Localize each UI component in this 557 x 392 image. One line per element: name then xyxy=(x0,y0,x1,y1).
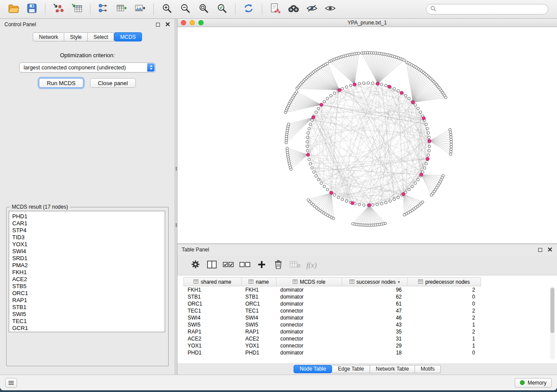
cell-name[interactable]: SWI5 xyxy=(242,321,277,328)
cell-successors[interactable]: 46 xyxy=(342,314,408,321)
cell-successors[interactable]: 96 xyxy=(342,286,408,293)
cell-name[interactable]: PHD1 xyxy=(242,349,277,356)
column-header-successor-nodes[interactable]: successor nodes▾ xyxy=(342,278,408,286)
mcds-result-item[interactable]: STB5 xyxy=(12,283,165,290)
cell-predecessors[interactable]: 1 xyxy=(408,342,481,349)
mcds-result-list[interactable]: PHD1CAR1STP4TID3YOX1SWI4SRD1PMA2FKH1ACE2… xyxy=(9,211,165,332)
cell-role[interactable]: dominator xyxy=(277,314,342,321)
mcds-result-item[interactable]: TID3 xyxy=(12,234,165,241)
import-table-button[interactable] xyxy=(68,1,86,17)
tab-select[interactable]: Select xyxy=(88,32,114,41)
mcds-result-item[interactable]: FKH1 xyxy=(12,269,165,276)
mcds-result-item[interactable]: YOX1 xyxy=(12,241,165,248)
add-column-button[interactable] xyxy=(253,258,270,273)
cell-predecessors[interactable]: 0 xyxy=(408,300,481,307)
open-session-button[interactable] xyxy=(4,1,23,17)
export-table-button[interactable] xyxy=(113,1,131,17)
cell-shared-name[interactable]: SWI4 xyxy=(184,314,242,321)
cell-name[interactable]: ACE2 xyxy=(242,335,277,342)
search-input[interactable] xyxy=(426,4,548,14)
cell-shared-name[interactable]: SWI5 xyxy=(184,321,242,328)
network-graph[interactable] xyxy=(177,27,557,244)
table-scrollbar-thumb[interactable] xyxy=(550,288,554,333)
cell-predecessors[interactable]: 1 xyxy=(408,321,481,328)
mcds-result-item[interactable]: STP4 xyxy=(12,227,165,234)
cell-predecessors[interactable]: 0 xyxy=(408,349,481,356)
cell-role[interactable]: dominator xyxy=(277,300,342,307)
cell-name[interactable]: ORC1 xyxy=(242,300,277,307)
table-row[interactable]: ORC1ORC1dominator610 xyxy=(184,300,481,307)
show-columns-button[interactable] xyxy=(204,258,220,273)
table-row[interactable]: TEC1TEC1connector472 xyxy=(184,307,481,314)
cell-role[interactable]: connector xyxy=(277,307,342,314)
cell-successors[interactable]: 61 xyxy=(342,300,408,307)
cell-successors[interactable]: 43 xyxy=(342,321,408,328)
status-menu-button[interactable] xyxy=(5,378,17,388)
mcds-result-item[interactable]: SRD1 xyxy=(12,255,165,262)
mcds-result-item[interactable]: RAP1 xyxy=(12,297,165,304)
export-image-button[interactable] xyxy=(131,1,149,17)
cell-successors[interactable]: 62 xyxy=(342,293,408,300)
zoom-out-button[interactable] xyxy=(176,1,194,17)
column-header-MCDS-role[interactable]: MCDS role xyxy=(277,278,342,286)
cell-predecessors[interactable]: 2 xyxy=(408,286,481,293)
tab-network[interactable]: Network xyxy=(33,32,64,41)
column-header-shared-name[interactable]: shared name xyxy=(184,278,242,286)
mcds-result-item[interactable]: PMA2 xyxy=(12,262,165,269)
import-network-button[interactable] xyxy=(49,1,68,17)
zoom-fit-button[interactable] xyxy=(194,1,213,17)
cell-name[interactable]: YOX1 xyxy=(242,342,277,349)
mcds-result-item[interactable]: PHD1 xyxy=(12,213,165,220)
mcds-result-item[interactable]: ACE2 xyxy=(12,276,165,283)
zoom-in-button[interactable] xyxy=(158,1,176,17)
cell-predecessors[interactable]: 0 xyxy=(408,293,481,300)
cell-name[interactable]: TEC1 xyxy=(242,307,277,314)
export-network-button[interactable] xyxy=(94,1,113,17)
cell-role[interactable]: dominator xyxy=(277,293,342,300)
cell-shared-name[interactable]: TEC1 xyxy=(184,307,242,314)
cell-name[interactable]: SWI4 xyxy=(242,314,277,321)
cell-role[interactable]: dominator xyxy=(277,349,342,356)
cell-shared-name[interactable]: RAP1 xyxy=(184,328,242,335)
cell-successors[interactable]: 47 xyxy=(342,307,408,314)
delete-rows-button[interactable] xyxy=(270,258,287,273)
cell-shared-name[interactable]: YOX1 xyxy=(184,342,242,349)
cell-shared-name[interactable]: PHD1 xyxy=(184,349,242,356)
cell-name[interactable]: STB1 xyxy=(242,293,277,300)
criterion-select[interactable]: largest connected component (undirected) xyxy=(19,62,156,72)
find-button[interactable] xyxy=(284,1,303,17)
memory-button[interactable]: Memory xyxy=(515,378,552,388)
close-panel-button[interactable]: Close panel xyxy=(90,78,136,88)
window-close-icon[interactable] xyxy=(181,20,186,25)
tab-node-table[interactable]: Node Table xyxy=(294,365,332,373)
mcds-result-item[interactable]: CAR1 xyxy=(12,220,165,227)
window-minimize-icon[interactable] xyxy=(190,20,195,25)
column-header-name[interactable]: name xyxy=(242,278,277,286)
cell-role[interactable]: connector xyxy=(277,342,342,349)
run-mcds-button[interactable]: Run MCDS xyxy=(39,78,83,88)
table-row[interactable]: YOX1YOX1connector291 xyxy=(184,342,481,349)
cell-role[interactable]: dominator xyxy=(277,328,342,335)
save-session-button[interactable] xyxy=(23,1,41,17)
tab-style[interactable]: Style xyxy=(64,32,88,41)
cell-shared-name[interactable]: ORC1 xyxy=(184,300,242,307)
cell-successors[interactable]: 35 xyxy=(342,328,408,335)
close-table-panel-icon[interactable]: ✕ xyxy=(547,247,553,252)
apply-layout-button[interactable] xyxy=(239,1,258,17)
mcds-result-item[interactable]: ORC1 xyxy=(12,290,165,297)
cell-shared-name[interactable]: STB1 xyxy=(184,293,242,300)
float-table-panel-icon[interactable] xyxy=(538,248,542,252)
cell-predecessors[interactable]: 2 xyxy=(408,307,481,314)
table-row[interactable]: PHD1PHD1dominator180 xyxy=(184,349,481,356)
column-header-predecessor-nodes[interactable]: predecessor nodes xyxy=(408,278,481,286)
tab-edge-table[interactable]: Edge Table xyxy=(332,365,370,373)
table-row[interactable]: RAP1RAP1dominator352 xyxy=(184,328,481,335)
table-settings-button[interactable] xyxy=(187,258,204,273)
cell-role[interactable]: connector xyxy=(277,321,342,328)
cell-role[interactable]: connector xyxy=(277,335,342,342)
hide-details-button[interactable] xyxy=(303,1,321,17)
cell-predecessors[interactable]: 1 xyxy=(408,335,481,342)
table-row[interactable]: FKH1FKH1dominator962 xyxy=(184,286,481,293)
cell-role[interactable]: dominator xyxy=(277,286,342,293)
zoom-selected-button[interactable] xyxy=(213,1,231,17)
